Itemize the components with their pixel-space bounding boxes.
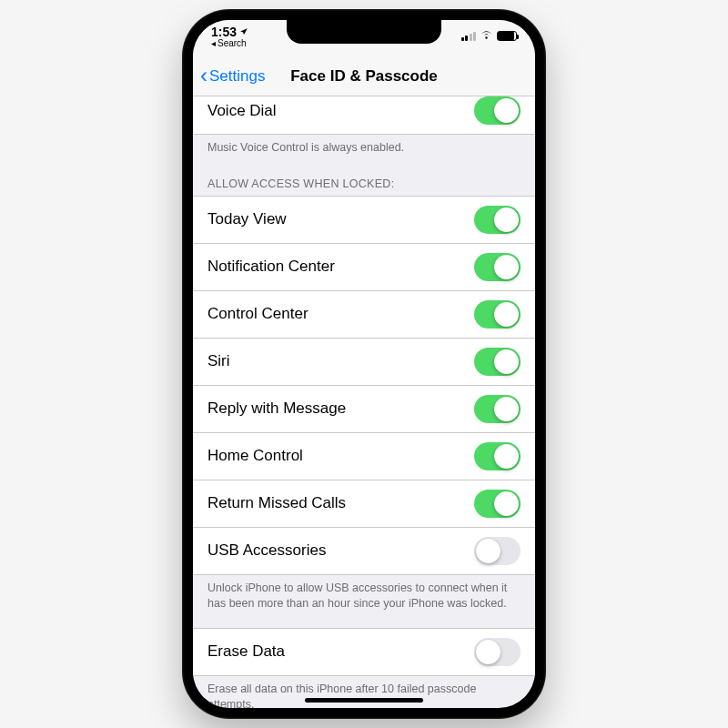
breadcrumb-label: Search	[217, 39, 247, 48]
row-label: Voice Dial	[207, 102, 277, 120]
row-label: Today View	[207, 210, 287, 228]
row-label: Return Missed Calls	[207, 494, 346, 512]
page-title: Face ID & Passcode	[290, 67, 438, 86]
screen: 1:53 ◂ Search ‹	[193, 20, 535, 708]
caret-left-icon: ◂	[211, 39, 216, 48]
home-indicator[interactable]	[305, 698, 423, 703]
row-label: Home Control	[207, 447, 303, 465]
row-siri: Siri	[193, 339, 535, 386]
row-label: Siri	[207, 352, 230, 370]
row-today-view: Today View	[193, 196, 535, 244]
row-label: Notification Center	[207, 258, 335, 276]
nav-bar: ‹ Settings Face ID & Passcode	[193, 56, 535, 96]
toggle-control-center[interactable]	[474, 300, 521, 329]
device-notch	[287, 20, 441, 44]
row-label: Reply with Message	[207, 399, 346, 418]
row-control-center: Control Center	[193, 291, 535, 339]
footer-erase-1: Erase all data on this iPhone after 10 f…	[193, 676, 535, 708]
row-label: Control Center	[207, 305, 308, 323]
location-icon	[239, 25, 248, 38]
toggle-siri[interactable]	[474, 348, 521, 376]
toggle-return-missed-calls[interactable]	[474, 490, 521, 518]
toggle-reply-with-message[interactable]	[474, 395, 521, 423]
cell-signal-icon	[461, 31, 477, 41]
battery-icon	[497, 31, 517, 41]
footer-voice-dial: Music Voice Control is always enabled.	[193, 135, 535, 163]
footer-usb: Unlock iPhone to allow USB accessories t…	[193, 575, 535, 619]
row-reply-with-message: Reply with Message	[193, 386, 535, 433]
status-time-text: 1:53	[211, 25, 237, 38]
row-erase-data: Erase Data	[193, 628, 535, 676]
toggle-usb-accessories[interactable]	[474, 537, 521, 565]
nav-back-label: Settings	[209, 67, 265, 86]
toggle-today-view[interactable]	[474, 206, 521, 234]
device-frame: 1:53 ◂ Search ‹	[182, 9, 546, 719]
row-voice-dial: Voice Dial	[193, 96, 535, 135]
row-notification-center: Notification Center	[193, 244, 535, 291]
toggle-voice-dial[interactable]	[474, 96, 521, 125]
row-home-control: Home Control	[193, 433, 535, 480]
row-usb-accessories: USB Accessories	[193, 528, 535, 575]
row-label: Erase Data	[207, 642, 285, 661]
toggle-home-control[interactable]	[474, 442, 521, 470]
settings-content: Voice Dial Music Voice Control is always…	[193, 96, 535, 708]
nav-back-button[interactable]: ‹ Settings	[200, 66, 265, 86]
toggle-erase-data[interactable]	[474, 638, 521, 666]
row-return-missed-calls: Return Missed Calls	[193, 480, 535, 528]
toggle-notification-center[interactable]	[474, 253, 521, 281]
status-time: 1:53	[211, 25, 248, 38]
wifi-icon	[480, 29, 493, 43]
section-header-allow-access: ALLOW ACCESS WHEN LOCKED:	[193, 163, 535, 196]
breadcrumb-back[interactable]: ◂ Search	[211, 39, 248, 48]
row-label: USB Accessories	[207, 541, 326, 560]
chevron-left-icon: ‹	[200, 65, 207, 86]
